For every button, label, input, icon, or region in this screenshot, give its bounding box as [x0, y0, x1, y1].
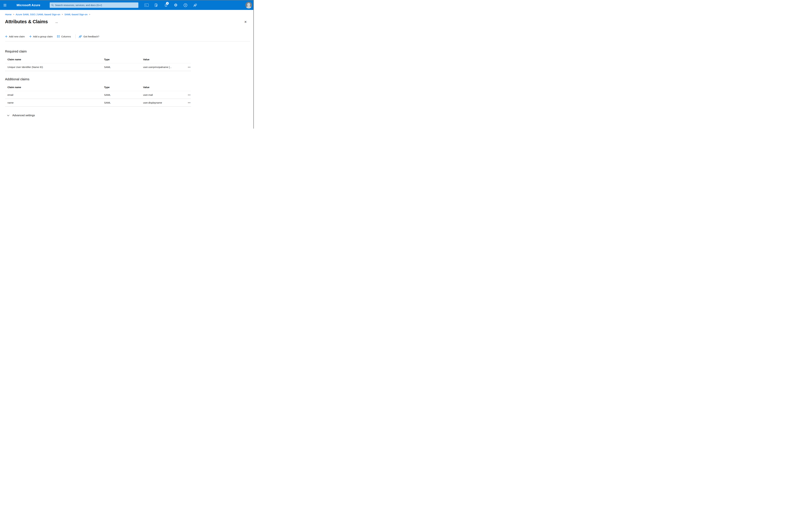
cloud-shell-icon: >_ — [145, 4, 149, 7]
chevron-right-icon: > — [89, 13, 90, 16]
gear-icon: ⚙ — [174, 3, 177, 7]
column-header-type: Type — [104, 86, 143, 89]
command-bar: Add new claim Add a group claim Columns … — [5, 33, 104, 39]
table-row-email[interactable]: email SAML user.mail ••• — [5, 91, 191, 99]
directory-filter-icon — [154, 3, 158, 7]
toolbar-divider — [75, 34, 76, 39]
breadcrumb-app[interactable]: Azure SAML SSO | SAML-based Sign-on — [16, 13, 60, 16]
help-icon: ? — [183, 3, 187, 7]
column-header-claim-name: Claim name — [5, 58, 104, 61]
ellipsis-icon: … — [55, 21, 58, 23]
advanced-settings-label: Advanced settings — [12, 114, 35, 117]
table-row-name-id[interactable]: Unique User Identifier (Name ID) SAML us… — [5, 63, 191, 71]
column-header-value: Value — [143, 86, 184, 89]
claim-name-cell: Unique User Identifier (Name ID) — [5, 66, 104, 69]
ellipsis-icon: ••• — [188, 102, 191, 104]
notification-badge: 6 — [166, 2, 169, 5]
required-claim-heading: Required claim — [5, 50, 27, 53]
page-title: Attributes & Claims — [5, 19, 48, 24]
claim-value-cell: user.displayname — [143, 101, 184, 104]
required-claim-table: Claim name Type Value Unique User Identi… — [5, 56, 191, 71]
column-header-type: Type — [104, 58, 143, 61]
toolbar-rule — [5, 41, 250, 42]
hamburger-icon — [4, 4, 6, 4]
close-icon: ✕ — [244, 20, 247, 24]
cloud-shell-button[interactable]: >_ — [142, 0, 151, 10]
global-search[interactable] — [50, 2, 138, 8]
columns-icon — [57, 35, 60, 37]
ellipsis-icon: ••• — [188, 94, 191, 96]
claim-value-cell: user.mail — [143, 93, 184, 96]
table-header-row: Claim name Type Value — [5, 56, 191, 63]
claim-type-cell: SAML — [104, 93, 143, 96]
plus-icon — [5, 35, 7, 38]
table-header-row: Claim name Type Value — [5, 84, 191, 91]
claim-type-cell: SAML — [104, 66, 143, 69]
additional-claims-heading: Additional claims — [5, 77, 29, 81]
plus-icon — [29, 35, 32, 38]
additional-claims-table: Claim name Type Value email SAML user.ma… — [5, 84, 191, 107]
blade-header: Attributes & Claims … ✕ — [5, 19, 249, 26]
feedback-person-icon — [193, 3, 197, 7]
top-bar-icons: >_ 6 ⚙ ? — [142, 0, 200, 10]
columns-button[interactable]: Columns — [57, 33, 71, 39]
add-new-claim-button[interactable]: Add new claim — [5, 33, 25, 39]
settings-button[interactable]: ⚙ — [171, 0, 181, 10]
row-menu-button[interactable]: ••• — [187, 93, 191, 97]
azure-top-bar: Microsoft Azure >_ 6 — [0, 0, 254, 10]
chevron-right-icon: > — [13, 13, 14, 16]
search-input[interactable] — [55, 4, 137, 6]
claim-name-cell: email — [5, 93, 104, 96]
avatar[interactable] — [245, 2, 252, 8]
screenshot-right-edge — [253, 0, 254, 129]
got-feedback-button[interactable]: Got feedback? — [79, 33, 99, 39]
advanced-settings-toggle[interactable]: Advanced settings — [7, 114, 35, 117]
brand-title: Microsoft Azure — [17, 3, 40, 7]
search-icon — [51, 4, 54, 6]
breadcrumb: Home > Azure SAML SSO | SAML-based Sign-… — [5, 13, 92, 16]
claim-type-cell: SAML — [104, 101, 143, 104]
table-row-name[interactable]: name SAML user.displayname ••• — [5, 99, 191, 107]
hamburger-menu-button[interactable] — [1, 0, 9, 10]
help-button[interactable]: ? — [181, 0, 190, 10]
feedback-person-icon — [79, 35, 82, 38]
directory-filter-button[interactable] — [151, 0, 161, 10]
column-header-claim-name: Claim name — [5, 86, 104, 89]
breadcrumb-home[interactable]: Home — [5, 13, 11, 16]
screenshot-top-edge — [0, 0, 254, 0]
svg-text:?: ? — [185, 4, 186, 6]
add-group-claim-button[interactable]: Add a group claim — [29, 33, 53, 39]
notifications-button[interactable]: 6 — [161, 0, 171, 10]
breadcrumb-sso[interactable]: SAML-based Sign-on — [64, 13, 88, 16]
claim-value-cell: user.userprincipalname [... — [143, 66, 184, 69]
feedback-button[interactable] — [190, 0, 200, 10]
close-blade-button[interactable]: ✕ — [244, 20, 247, 24]
title-context-menu-button[interactable]: … — [55, 21, 58, 24]
chevron-down-icon — [7, 115, 9, 116]
row-menu-button[interactable]: ••• — [187, 101, 191, 105]
chevron-right-icon: > — [62, 13, 63, 16]
column-header-value: Value — [143, 58, 184, 61]
row-menu-button[interactable]: ••• — [187, 65, 191, 69]
claim-name-cell: name — [5, 101, 104, 104]
ellipsis-icon: ••• — [188, 66, 191, 68]
